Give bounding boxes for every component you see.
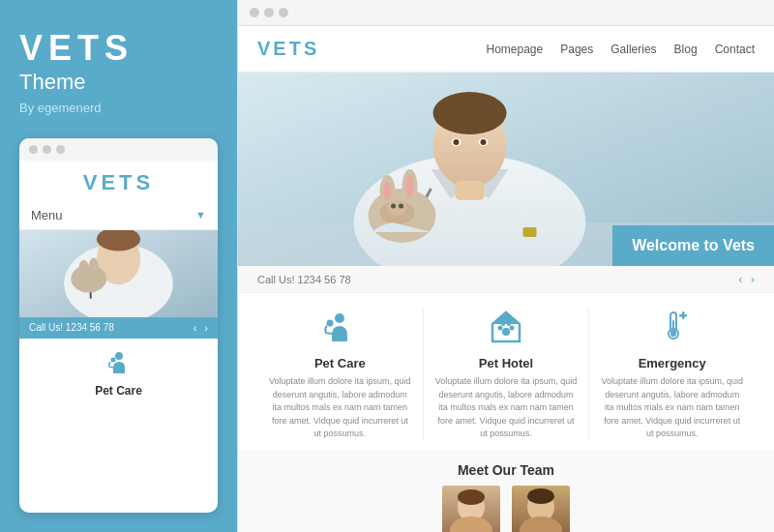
svg-rect-28 — [523, 227, 537, 237]
mobile-pet-care-label: Pet Care — [95, 384, 142, 398]
svg-point-35 — [510, 326, 515, 331]
mobile-dot-2 — [43, 145, 51, 154]
service-pet-care: Pet Care Voluptate illum dolore ita ipsu… — [257, 309, 424, 441]
pet-hotel-title: Pet Hotel — [479, 356, 533, 370]
svg-point-41 — [670, 331, 676, 337]
hero-welcome-text: Welcome to Vets — [632, 237, 755, 253]
svg-point-34 — [498, 326, 503, 331]
mobile-logo: VETS — [19, 161, 218, 201]
svg-point-37 — [507, 322, 511, 326]
team-section: Meet Our Team — [238, 451, 774, 533]
mobile-hero-image — [19, 230, 218, 317]
left-panel: VETS Theme By egemenerd VETS Menu ▼ — [0, 0, 237, 532]
team-title: Meet Our Team — [257, 462, 755, 478]
mobile-prev-icon: ‹ — [194, 322, 197, 334]
desktop-nav: VETS Homepage Pages Galleries Blog Conta… — [238, 26, 774, 73]
services-section: Pet Care Voluptate illum dolore ita ipsu… — [238, 293, 774, 451]
mobile-call-bar: Call Us! 1234 56 78 ‹ › — [19, 317, 218, 339]
desktop-browser: VETS Homepage Pages Galleries Blog Conta… — [238, 26, 774, 532]
svg-point-50 — [527, 488, 554, 504]
svg-point-26 — [391, 204, 396, 209]
mobile-dot-1 — [29, 145, 38, 154]
desktop-call-text: Call Us! 1234 56 78 — [257, 274, 351, 285]
svg-point-7 — [115, 352, 123, 360]
mobile-nav-arrows: ‹ › — [194, 322, 208, 334]
nav-link-homepage[interactable]: Homepage — [487, 43, 544, 56]
prev-slide-icon[interactable]: ‹ — [738, 272, 742, 286]
svg-point-46 — [458, 489, 485, 505]
svg-point-24 — [406, 175, 414, 198]
svg-point-33 — [502, 328, 510, 336]
svg-rect-43 — [682, 311, 685, 319]
mobile-pet-care-section: Pet Care — [19, 339, 218, 403]
mobile-call-text: Call Us! 1234 56 78 — [29, 322, 114, 333]
nav-link-contact[interactable]: Contact — [715, 43, 755, 56]
desktop-top-bar — [238, 0, 774, 26]
brand-subtitle: Theme — [19, 70, 218, 95]
mobile-next-icon: › — [204, 322, 208, 334]
hero-welcome-banner: Welcome to Vets — [612, 225, 774, 266]
emergency-icon — [655, 309, 690, 350]
nav-link-galleries[interactable]: Galleries — [610, 43, 656, 56]
desktop-call-bar: Call Us! 1234 56 78 ‹ › — [238, 266, 774, 293]
team-photo-1 — [442, 486, 500, 533]
mobile-preview: VETS Menu ▼ — [19, 138, 218, 513]
svg-point-30 — [327, 320, 334, 327]
pet-hotel-text: Voluptate illum dolore ita ipsum, quid d… — [433, 375, 580, 441]
svg-point-18 — [481, 139, 487, 145]
service-emergency: Emergency Voluptate illum dolore ita ips… — [589, 309, 755, 441]
mobile-menu-arrow-icon: ▼ — [195, 209, 206, 221]
svg-point-29 — [335, 313, 344, 323]
svg-point-5 — [79, 259, 89, 277]
next-slide-icon[interactable]: › — [751, 272, 755, 286]
desktop-nav-links: Homepage Pages Galleries Blog Contact — [487, 43, 756, 56]
svg-rect-14 — [456, 181, 485, 200]
nav-link-blog[interactable]: Blog — [674, 43, 698, 56]
right-panel: VETS Homepage Pages Galleries Blog Conta… — [237, 0, 774, 532]
mobile-top-bar — [19, 138, 218, 161]
svg-rect-40 — [672, 320, 674, 332]
desktop-dot-2 — [264, 8, 274, 17]
service-pet-hotel: Pet Hotel Voluptate illum dolore ita ips… — [424, 309, 590, 441]
mobile-dot-3 — [56, 145, 65, 154]
svg-point-27 — [399, 204, 403, 209]
call-bar-arrows: ‹ › — [738, 272, 755, 286]
emergency-text: Voluptate illum dolore ita ipsum, quid d… — [599, 375, 745, 441]
mobile-pet-care-icon — [105, 348, 133, 381]
desktop-dot-3 — [279, 8, 288, 17]
desktop-dot-1 — [250, 8, 259, 17]
team-photos — [257, 486, 755, 533]
desktop-hero: Welcome to Vets — [238, 73, 774, 266]
brand-author: By egemenerd — [19, 101, 218, 115]
svg-point-13 — [433, 92, 507, 134]
svg-point-6 — [89, 257, 99, 275]
svg-point-4 — [71, 264, 106, 292]
pet-care-text: Voluptate illum dolore ita ipsum, quid d… — [267, 375, 413, 441]
svg-point-17 — [454, 139, 460, 145]
emergency-title: Emergency — [639, 356, 706, 370]
svg-point-8 — [110, 357, 115, 362]
nav-link-pages[interactable]: Pages — [560, 43, 593, 56]
team-photo-2 — [512, 486, 570, 533]
pet-care-title: Pet Care — [314, 356, 366, 370]
brand-title: VETS — [19, 29, 218, 68]
svg-marker-32 — [492, 312, 520, 324]
svg-point-25 — [388, 200, 407, 216]
mobile-menu-label: Menu — [31, 208, 63, 222]
pet-hotel-icon — [489, 309, 523, 350]
pet-care-icon — [322, 309, 357, 350]
svg-point-36 — [501, 322, 505, 326]
desktop-nav-logo: VETS — [257, 38, 319, 60]
mobile-menu-bar: Menu ▼ — [19, 201, 218, 230]
svg-point-23 — [384, 181, 392, 200]
